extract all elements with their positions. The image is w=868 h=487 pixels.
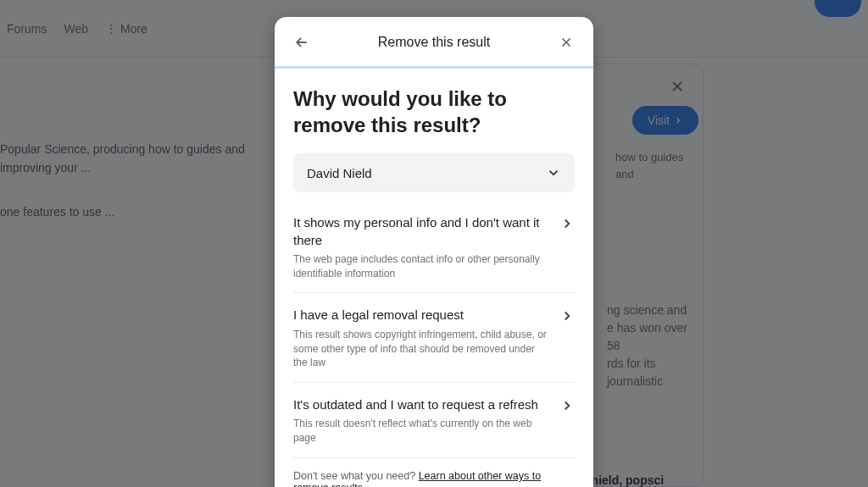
option-legal-request[interactable]: I have a legal removal request This resu… <box>293 293 575 383</box>
arrow-left-icon <box>293 34 310 51</box>
modal-footer-note: Don't see what you need? Learn about oth… <box>293 458 575 487</box>
option-outdated[interactable]: It's outdated and I want to request a re… <box>293 383 575 458</box>
modal-overlay: Remove this result Why would you like to… <box>0 0 868 487</box>
selected-name-label: David Nield <box>307 166 372 180</box>
remove-result-modal: Remove this result Why would you like to… <box>275 17 593 487</box>
footer-question: Don't see what you need? <box>293 470 419 482</box>
chevron-right-icon <box>559 307 575 370</box>
chevron-down-icon <box>546 165 561 180</box>
option-desc: This result shows copyright infringement… <box>293 328 549 370</box>
modal-question: Why would you like to remove this result… <box>293 86 575 138</box>
option-personal-info[interactable]: It shows my personal info and I don't wa… <box>293 201 575 293</box>
option-desc: This result doesn't reflect what's curre… <box>293 417 549 445</box>
back-button[interactable] <box>292 32 312 53</box>
modal-header: Remove this result <box>275 17 593 69</box>
option-title: It's outdated and I want to request a re… <box>293 396 549 413</box>
chevron-right-icon <box>559 214 575 280</box>
option-title: It shows my personal info and I don't wa… <box>293 214 549 249</box>
close-icon <box>559 35 574 50</box>
option-desc: The web page includes contact info or ot… <box>293 252 549 281</box>
modal-title: Remove this result <box>378 35 491 50</box>
option-title: I have a legal removal request <box>293 307 549 324</box>
chevron-right-icon <box>559 396 575 445</box>
close-button[interactable] <box>556 32 576 53</box>
modal-body: Why would you like to remove this result… <box>275 69 593 487</box>
name-selector[interactable]: David Nield <box>293 153 575 192</box>
